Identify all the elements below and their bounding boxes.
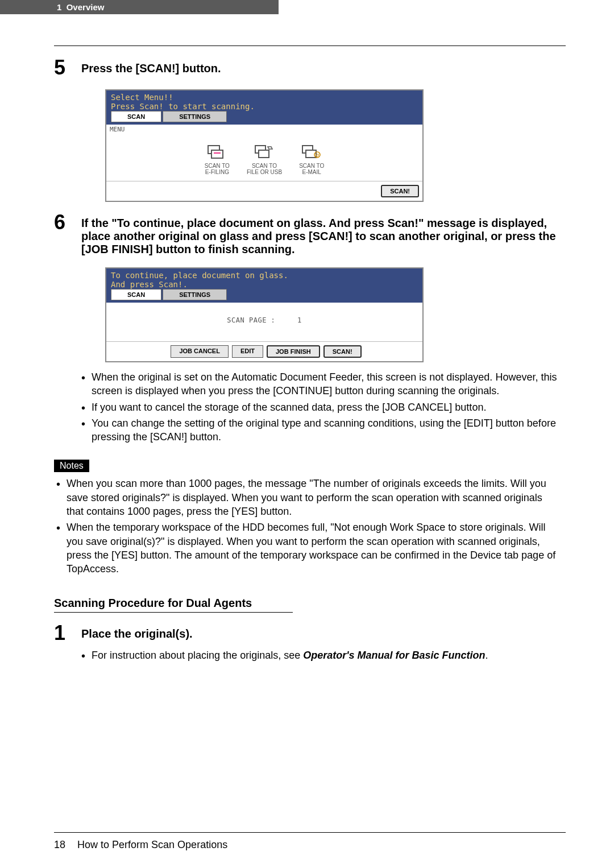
- step-6: 6 If the "To continue, place document on…: [54, 212, 560, 256]
- scan-to-file-usb[interactable]: SCAN TO FILE OR USB: [247, 144, 282, 175]
- efiling-icon: [207, 144, 227, 162]
- svg-rect-1: [211, 150, 223, 158]
- footer-divider: [54, 832, 566, 833]
- dual-step1-title: Place the original(s).: [81, 623, 560, 640]
- step-5-title: Press the [SCAN!] button.: [81, 57, 560, 75]
- settings-tab[interactable]: SETTINGS: [163, 111, 227, 122]
- panel-bottom-bar: SCAN!: [106, 181, 422, 201]
- note-1000pages: When you scan more than 1000 pages, the …: [54, 477, 560, 518]
- step-5: 5 Press the [SCAN!] button.: [54, 57, 560, 78]
- file-usb-icon: [254, 144, 275, 162]
- panel2-message-area: To continue, place document on glass. An…: [106, 268, 422, 303]
- panel2-bottom-bar: JOB CANCEL EDIT JOB FINISH SCAN!: [106, 341, 422, 361]
- panel-msg-line2: Press Scan! to start scanning.: [111, 102, 418, 111]
- scan-page-status: SCAN PAGE : 1: [106, 303, 422, 341]
- scan-tab-2[interactable]: SCAN: [111, 289, 161, 300]
- scan-tab[interactable]: SCAN: [111, 111, 161, 122]
- job-finish-button[interactable]: JOB FINISH: [267, 345, 320, 358]
- scan-to-email[interactable]: @ SCAN TO E-MAIL: [299, 144, 324, 175]
- panel-msg-line1: Select Menu!!: [111, 93, 418, 102]
- scan-button-2[interactable]: SCAN!: [323, 345, 362, 358]
- page-footer: 18 How to Perform Scan Operations: [54, 839, 227, 851]
- panel2-msg-line1: To continue, place document on glass.: [111, 271, 418, 280]
- email-icon: @: [301, 144, 322, 162]
- page-number: 18: [54, 839, 65, 850]
- note-hddfull: When the temporary workspace of the HDD …: [54, 520, 560, 576]
- step-number-5: 5: [54, 57, 81, 78]
- settings-tab-2[interactable]: SETTINGS: [163, 289, 227, 300]
- step6-bullets: When the original is set on the Automati…: [81, 370, 560, 444]
- scan-menu-panel: Select Menu!! Press Scan! to start scann…: [105, 89, 424, 202]
- dual-step1-bullet: For instruction about placing the origin…: [81, 648, 560, 662]
- bullet-jobcancel: If you want to cancel the storage of the…: [81, 400, 560, 414]
- page-header: 1 Overview: [0, 0, 279, 14]
- scan-button[interactable]: SCAN!: [381, 185, 419, 197]
- chapter-title: Overview: [67, 2, 105, 12]
- menu-label: MENU: [106, 125, 422, 134]
- chapter-number: 1: [57, 2, 61, 12]
- scan-to-efiling[interactable]: SCAN TO E-FILING: [205, 144, 230, 175]
- svg-text:@: @: [316, 153, 320, 157]
- panel2-tabs: SCAN SETTINGS: [111, 289, 418, 300]
- scan-mode-icons: SCAN TO E-FILING SCAN TO FILE OR USB @ S…: [106, 134, 422, 181]
- svg-rect-2: [214, 152, 221, 154]
- panel-tabs: SCAN SETTINGS: [111, 111, 418, 122]
- subheading-divider: [54, 612, 293, 613]
- step-6-title: If the "To continue, place document on g…: [81, 212, 560, 256]
- notes-label: Notes: [54, 460, 89, 472]
- dual-agents-heading: Scanning Procedure for Dual Agents: [54, 597, 560, 610]
- footer-title: How to Perform Scan Operations: [77, 839, 227, 850]
- manual-reference: Operator's Manual for Basic Function: [303, 650, 485, 661]
- bullet-edit: You can change the setting of the origin…: [81, 416, 560, 444]
- bullet-adf: When the original is set on the Automati…: [81, 370, 560, 398]
- svg-rect-4: [259, 150, 269, 158]
- edit-button[interactable]: EDIT: [232, 345, 263, 358]
- panel-message-area: Select Menu!! Press Scan! to start scann…: [106, 90, 422, 125]
- notes-list: When you scan more than 1000 pages, the …: [54, 477, 560, 576]
- panel2-msg-line2: And press Scan!.: [111, 280, 418, 289]
- dual-step-1: 1 Place the original(s). For instruction…: [54, 623, 560, 664]
- dual-step-number-1: 1: [54, 623, 81, 643]
- job-cancel-button[interactable]: JOB CANCEL: [171, 345, 229, 358]
- top-divider: [54, 46, 566, 46]
- continue-panel: To continue, place document on glass. An…: [105, 267, 424, 362]
- step-number-6: 6: [54, 212, 81, 233]
